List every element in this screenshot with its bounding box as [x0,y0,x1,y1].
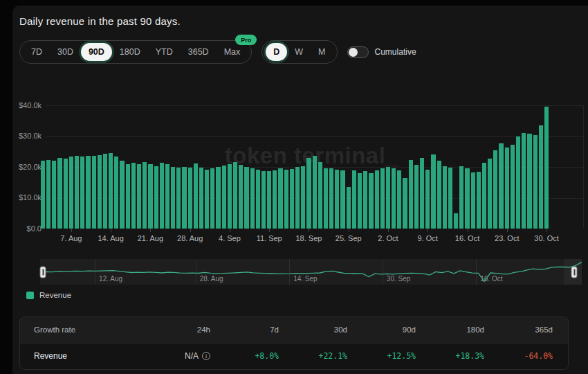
growth-value: +22.1% [318,351,347,361]
revenue-bar [273,170,277,229]
revenue-bar [318,162,322,229]
revenue-bar [57,158,62,229]
x-tick-mark [190,229,191,232]
revenue-bar [527,134,531,229]
revenue-bar [380,168,385,229]
revenue-bar [482,163,486,229]
revenue-bar [493,150,497,229]
revenue-bar [233,162,237,229]
navigator-sparkline [40,262,582,281]
growth-value: N/A [185,351,199,361]
revenue-bar [448,168,452,229]
range-tab-365d[interactable]: 365D [181,43,217,61]
revenue-bar [228,164,232,229]
range-tab-7d[interactable]: 7D [24,43,50,61]
legend-label: Revenue [39,291,71,299]
table-cell: +8.0% [226,343,294,369]
revenue-bar [267,171,271,229]
granularity-tab-d[interactable]: D [266,43,287,61]
range-tab-max[interactable]: Max [217,43,248,61]
granularity-tab-group: DWM [261,40,337,64]
app-window: Daily revenue in the past 90 days. Pro 7… [12,6,588,374]
revenue-bar [41,161,45,229]
revenue-bar [425,170,430,229]
table-header-365d: 365d [499,317,568,343]
revenue-bar [465,168,469,229]
growth-value: +12.5% [387,351,416,361]
x-tick-label: 4. Sep [219,234,241,242]
revenue-bar [126,164,130,229]
revenue-bar [80,157,84,229]
range-tab-group: Pro 7D30D90D180DYTD365DMax [19,40,252,64]
revenue-bar [244,167,248,229]
revenue-bar [505,148,509,229]
table-header-90d: 90d [362,317,431,343]
granularity-tab-w[interactable]: W [287,43,311,61]
table-cell: +18.3% [431,343,499,369]
plot-area[interactable] [12,105,588,229]
page-title: Daily revenue in the past 90 days. [19,15,181,27]
range-tab-30d[interactable]: 30D [50,43,81,61]
chart-navigator[interactable]: 12. Aug28. Aug14. Sep30. Sep16. Oct [40,259,582,285]
table-header-7d: 7d [226,317,294,343]
info-icon[interactable]: i [202,352,210,360]
revenue-bar [222,166,226,229]
revenue-bar [98,155,102,229]
revenue-bar [143,162,147,229]
x-tick-label: 23. Oct [495,234,519,242]
growth-value: +8.0% [255,351,279,361]
table-header-growth-rate: Growth rate [20,317,157,343]
revenue-bar [352,170,356,229]
revenue-bar [52,161,56,229]
revenue-bar [239,165,243,229]
table-cell: +12.5% [362,343,431,369]
revenue-bar [92,156,96,229]
toggle-knob-icon [349,48,358,57]
x-tick-label: 7. Aug [60,234,82,242]
revenue-bar [335,170,339,229]
revenue-bar [188,168,192,229]
table-header-180d: 180d [431,317,499,343]
granularity-tab-m[interactable]: M [311,43,333,61]
range-tab-ytd[interactable]: YTD [148,43,181,61]
revenue-bar [397,170,401,229]
revenue-bar [437,161,441,229]
revenue-bar [182,167,186,229]
x-tick-mark [309,229,309,232]
revenue-bar [75,156,79,229]
x-tick-label: 9. Oct [418,234,438,242]
legend-item-revenue[interactable]: Revenue [26,291,71,299]
toolbar: Pro 7D30D90D180DYTD365DMax DWM Cumulativ… [19,40,416,64]
revenue-bar [358,173,362,229]
revenue-bar [511,145,515,229]
revenue-bar [324,168,328,229]
revenue-bar [386,167,390,229]
navigator-handle-right[interactable] [571,266,578,278]
revenue-bar [459,166,463,229]
revenue-bar [306,158,311,229]
x-tick-mark [388,229,389,232]
x-tick-mark [428,229,428,232]
revenue-bar [86,156,90,229]
range-tab-90d[interactable]: 90D [81,43,112,61]
revenue-bar [392,168,396,229]
x-tick-mark [150,229,151,232]
table-header-30d: 30d [294,317,362,343]
range-tab-180d[interactable]: 180D [112,43,148,61]
x-tick-mark [507,229,508,232]
revenue-bar [278,168,282,229]
revenue-bar [295,167,300,229]
cumulative-toggle[interactable] [347,46,369,58]
cumulative-label: Cumulative [375,47,416,57]
cumulative-toggle-wrap: Cumulative [347,46,416,58]
x-tick-mark [71,229,72,232]
revenue-bar [137,164,141,229]
revenue-bar [499,143,503,229]
x-tick-label: 28. Aug [177,234,203,242]
revenue-bar [420,158,424,229]
revenue-bar [340,170,344,229]
revenue-bar [488,159,492,229]
revenue-bar [516,136,520,229]
table-cell: N/Ai [157,343,226,369]
navigator-handle-left[interactable] [40,266,46,278]
